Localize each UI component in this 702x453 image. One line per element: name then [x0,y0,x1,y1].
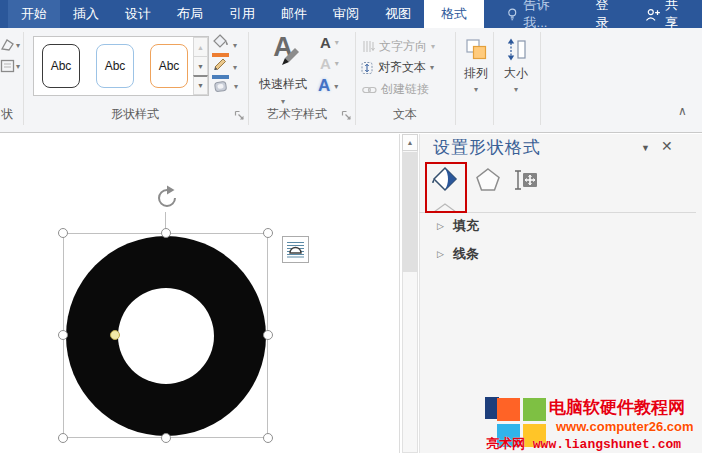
tell-me-box[interactable]: 告诉我... [494,0,584,28]
pane-close-button[interactable]: ✕ [661,138,673,154]
wordart-dialog-launcher[interactable] [341,107,352,118]
share-person-icon [645,7,660,22]
tab-view[interactable]: 视图 [372,0,424,28]
shape-adjust-handle[interactable] [110,330,120,340]
align-text-button[interactable]: 对齐文本▾ [360,59,434,76]
watermark-site-name: 电脑软硬件教程网 [549,396,685,419]
group-label-text: 文本 [370,106,440,123]
shape-fill-icon [212,34,229,57]
collapse-ribbon-button[interactable]: ∧ [678,104,687,118]
text-effects-icon: A [318,76,330,96]
gallery-more-button[interactable]: ▼ [193,75,208,95]
size-label: 大小 [504,65,528,82]
watermark-brand-line: 亮术网 www.liangshunet.com [486,435,681,453]
section-line[interactable]: ▷ 线条 [437,245,479,263]
collapse-ribbon-icon: ∧ [678,104,687,118]
edit-shape-icon [0,38,15,52]
gallery-scroll-down-button[interactable]: ▼ [193,56,208,76]
arrange-icon [465,38,488,61]
gallery-more-icon: ▼ [197,82,204,89]
lightbulb-icon [506,7,519,22]
section-line-label: 线条 [453,245,479,263]
text-direction-button[interactable]: 文字方向▾ [362,38,435,55]
scroll-down-icon: ▼ [197,63,204,70]
pane-dropdown-icon: ▼ [641,143,650,153]
resize-handle-nw[interactable] [58,228,68,238]
shape-fill-button[interactable]: ▾ [212,34,237,57]
pane-menu-button[interactable]: ▼ [641,143,650,153]
tab-layout[interactable]: 布局 [164,0,216,28]
shape-effects-button[interactable]: ▾ [212,79,238,94]
shape-style-preset-1[interactable]: Abc [42,44,80,88]
scroll-up-icon: ▲ [407,139,414,146]
scrollbar-up-button[interactable]: ▲ [402,134,418,151]
donut-shape[interactable] [66,236,266,436]
annotation-red-box [425,162,467,213]
shape-effects-icon [212,79,230,94]
text-box-icon [0,59,15,73]
quick-styles-icon: A [273,32,293,70]
dialog-launcher-icon [234,110,245,121]
tab-mailings[interactable]: 邮件 [268,0,320,28]
effects-tab[interactable] [475,167,501,196]
layout-properties-icon [512,166,539,193]
text-outline-icon: A [320,55,331,72]
rotation-handle-icon[interactable] [153,184,181,212]
layout-properties-tab[interactable] [512,166,539,197]
shape-styles-dialog-launcher[interactable] [234,107,245,118]
sign-in-button[interactable]: 登录 [584,0,633,28]
shape-style-preset-3[interactable]: Abc [150,44,188,88]
close-icon: ✕ [661,138,673,154]
ribbon: ▾ ▾ 状 Abc Abc Abc ▲ ▼ ▼ ▾ ▾ [0,28,702,133]
donut-hole [118,288,214,384]
tab-design[interactable]: 设计 [112,0,164,28]
tab-review[interactable]: 审阅 [320,0,372,28]
edit-shape-button-partial[interactable]: ▾ [0,38,15,56]
resize-handle-se[interactable] [263,433,273,443]
scroll-up-icon: ▲ [197,44,204,51]
text-fill-icon: A [320,34,331,51]
create-link-icon [362,85,377,95]
resize-handle-w[interactable] [58,330,68,340]
expand-fill-icon: ▷ [437,221,444,231]
resize-handle-n[interactable] [161,228,171,238]
group-label-insert-shapes-partial: 状 [0,106,14,123]
watermark-logo-square-orange [497,398,520,421]
watermark-brand: 亮术网 [486,437,525,452]
shape-outline-button[interactable]: ▾ [212,56,237,79]
scrollbar-thumb[interactable] [402,152,418,272]
group-label-wordart: 艺术字样式 [252,106,342,123]
text-box-button-partial[interactable]: ▾ [0,59,15,77]
share-button[interactable]: 共享 [633,0,702,28]
create-link-button[interactable]: 创建链接 [362,81,429,98]
text-outline-button[interactable]: A ▾ [320,55,339,72]
group-label-shape-styles: 形状样式 [60,106,210,123]
section-fill[interactable]: ▷ 填充 [437,217,479,235]
text-direction-icon [362,40,375,53]
resize-handle-s[interactable] [161,433,171,443]
watermark-logo-square-green [523,398,546,421]
dialog-launcher-icon [341,110,352,121]
resize-handle-e[interactable] [263,330,273,340]
size-button[interactable]: 大小 ▾ [496,32,536,122]
watermark-site-url: www.computer26.com [556,419,694,434]
section-fill-label: 填充 [453,217,479,235]
shape-style-preset-2[interactable]: Abc [96,44,134,88]
page-edge [399,134,400,453]
arrange-label: 排列 [464,65,488,82]
resize-handle-sw[interactable] [58,433,68,443]
expand-line-icon: ▷ [437,249,444,259]
gallery-scroll-up-button[interactable]: ▲ [193,37,208,57]
tab-references[interactable]: 引用 [216,0,268,28]
arrange-button[interactable]: 排列 ▾ [458,32,494,122]
align-text-icon [360,61,374,75]
text-fill-button[interactable]: A ▾ [320,34,339,51]
resize-handle-ne[interactable] [263,228,273,238]
tab-home[interactable]: 开始 [8,0,60,28]
ribbon-tab-bar: 开始 插入 设计 布局 引用 邮件 审阅 视图 格式 告诉我... 登录 共享 [0,0,702,28]
tab-insert[interactable]: 插入 [60,0,112,28]
text-effects-button[interactable]: A ▾ [318,76,338,96]
size-icon [505,38,528,61]
layout-options-button[interactable] [282,236,309,263]
tab-format[interactable]: 格式 [424,0,484,28]
